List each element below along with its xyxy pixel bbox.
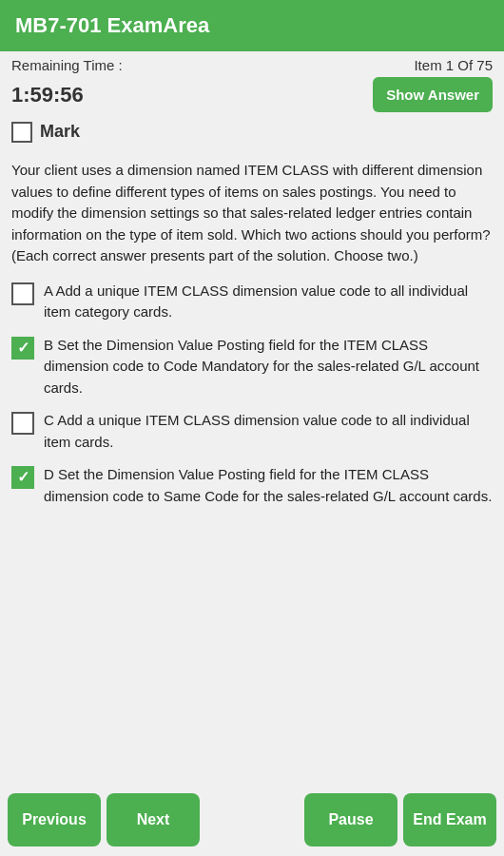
mark-checkbox[interactable] [11,122,32,143]
mark-label: Mark [40,122,80,142]
previous-button[interactable]: Previous [8,793,101,846]
pause-button[interactable]: Pause [304,793,397,846]
option-a-row: A Add a unique ITEM CLASS dimension valu… [11,281,493,323]
countdown-timer: 1:59:56 [11,77,84,107]
option-c-row: C Add a unique ITEM CLASS dimension valu… [11,410,493,453]
question-text: Your client uses a dimension named ITEM … [11,160,493,267]
timer-row: 1:59:56 Show Answer [0,73,504,118]
header: MB7-701 ExamArea [0,0,504,51]
footer: Previous Next Pause End Exam [0,784,504,856]
option-c-checkbox[interactable] [11,412,34,435]
option-a-text: A Add a unique ITEM CLASS dimension valu… [44,281,493,323]
option-d-checkbox[interactable]: ✓ [11,466,34,489]
show-answer-button[interactable]: Show Answer [373,77,493,112]
remaining-time-label: Remaining Time : [11,57,123,73]
mark-row: Mark [0,118,504,150]
option-d-row: ✓ D Set the Dimension Value Posting fiel… [11,464,493,507]
option-b-text: B Set the Dimension Value Posting field … [44,335,493,399]
sub-header: Remaining Time : Item 1 Of 75 [0,51,504,73]
option-c-text: C Add a unique ITEM CLASS dimension valu… [44,410,493,453]
option-d-text: D Set the Dimension Value Posting field … [44,464,493,507]
end-exam-button[interactable]: End Exam [403,793,496,846]
option-b-row: ✓ B Set the Dimension Value Posting fiel… [11,335,493,399]
option-b-checkbox[interactable]: ✓ [11,337,34,360]
main-content: Your client uses a dimension named ITEM … [0,150,504,784]
app-title: MB7-701 ExamArea [15,13,209,37]
checkmark-b: ✓ [17,340,29,356]
option-a-checkbox[interactable] [11,282,34,305]
checkmark-d: ✓ [17,470,29,485]
item-counter: Item 1 Of 75 [414,57,493,73]
next-button[interactable]: Next [107,793,200,846]
